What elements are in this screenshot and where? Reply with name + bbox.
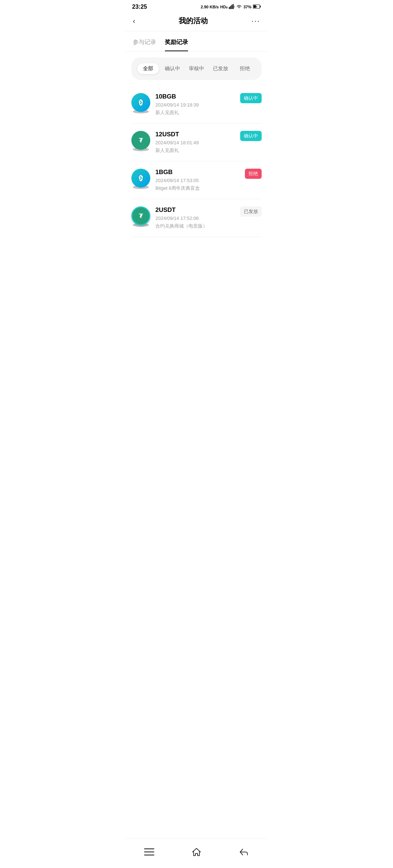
battery-icon xyxy=(253,4,261,9)
status-badge-confirming: 确认中 xyxy=(240,93,262,103)
page-title: 我的活动 xyxy=(179,16,208,26)
item-desc: 新人见面礼 xyxy=(155,109,235,116)
item-desc: 新人见面礼 xyxy=(155,147,235,154)
signal-5g-icon: 5G xyxy=(229,4,235,10)
coin-icon-usdt: ₮ xyxy=(131,131,150,150)
coin-icon-bgb xyxy=(131,169,150,188)
wifi-icon xyxy=(236,4,242,9)
tab-bar: 参与记录 奖励记录 xyxy=(126,31,267,52)
tab-reward[interactable]: 奖励记录 xyxy=(165,39,188,51)
filter-released[interactable]: 已发放 xyxy=(210,63,231,74)
item-content: 12USDT 2024/09/14 18:01:49 新人见面礼 xyxy=(155,131,235,154)
svg-text:5G: 5G xyxy=(234,6,235,8)
reward-list: 10BGB 2024/09/14 19:18:39 新人见面礼 确认中 ₮ 12… xyxy=(126,86,267,237)
hd-icon: HD₂ xyxy=(220,5,227,9)
item-amount: 10BGB xyxy=(155,93,235,100)
item-desc: Bitget 6周年庆典盲盒 xyxy=(155,185,240,192)
filter-reviewing[interactable]: 审核中 xyxy=(186,63,207,74)
item-date: 2024/09/14 17:53:05 xyxy=(155,178,240,183)
svg-rect-1 xyxy=(230,6,231,9)
svg-rect-0 xyxy=(229,7,230,9)
tab-participation[interactable]: 参与记录 xyxy=(133,39,156,51)
status-badge-rejected: 拒绝 xyxy=(245,169,262,179)
item-amount: 2USDT xyxy=(155,206,235,214)
status-badge-released: 已发放 xyxy=(240,206,262,217)
filter-bar: 全部 确认中 审核中 已发放 拒绝 xyxy=(131,57,262,80)
item-amount: 1BGB xyxy=(155,169,240,176)
svg-rect-7 xyxy=(254,5,256,8)
status-badge-confirming: 确认中 xyxy=(240,131,262,141)
svg-rect-2 xyxy=(231,5,233,9)
item-content: 1BGB 2024/09/14 17:53:05 Bitget 6周年庆典盲盒 xyxy=(155,169,240,192)
item-amount: 12USDT xyxy=(155,131,235,138)
back-button[interactable]: ‹ xyxy=(133,17,135,25)
svg-rect-6 xyxy=(260,6,261,8)
coin-icon-usdt-ring: ₮ xyxy=(131,206,150,225)
filter-rejected[interactable]: 拒绝 xyxy=(234,63,256,74)
battery-percent: 37% xyxy=(243,5,251,9)
svg-text:₮: ₮ xyxy=(139,213,143,219)
status-icons: 2.90 KB/s HD₂ 5G 37% xyxy=(201,4,261,10)
more-button[interactable]: ··· xyxy=(251,16,260,26)
list-item[interactable]: ₮ 2USDT 2024/09/14 17:52:06 合约兑换商城（电竞版） … xyxy=(131,199,262,237)
coin-icon-bgb xyxy=(131,93,150,112)
list-item[interactable]: 1BGB 2024/09/14 17:53:05 Bitget 6周年庆典盲盒 … xyxy=(131,161,262,199)
item-date: 2024/09/14 18:01:49 xyxy=(155,140,235,145)
filter-all[interactable]: 全部 xyxy=(137,63,159,74)
item-date: 2024/09/14 19:18:39 xyxy=(155,102,235,108)
filter-confirming[interactable]: 确认中 xyxy=(161,63,183,74)
header: ‹ 我的活动 ··· xyxy=(126,12,267,31)
list-item[interactable]: 10BGB 2024/09/14 19:18:39 新人见面礼 确认中 xyxy=(131,86,262,124)
network-speed: 2.90 KB/s xyxy=(201,5,219,9)
svg-text:₮: ₮ xyxy=(139,137,143,144)
item-content: 10BGB 2024/09/14 19:18:39 新人见面礼 xyxy=(155,93,235,116)
item-date: 2024/09/14 17:52:06 xyxy=(155,216,235,221)
list-item[interactable]: ₮ 12USDT 2024/09/14 18:01:49 新人见面礼 确认中 xyxy=(131,124,262,161)
status-time: 23:25 xyxy=(132,4,147,10)
item-desc: 合约兑换商城（电竞版） xyxy=(155,223,235,229)
status-bar: 23:25 2.90 KB/s HD₂ 5G 37% xyxy=(126,0,267,12)
item-content: 2USDT 2024/09/14 17:52:06 合约兑换商城（电竞版） xyxy=(155,206,235,229)
